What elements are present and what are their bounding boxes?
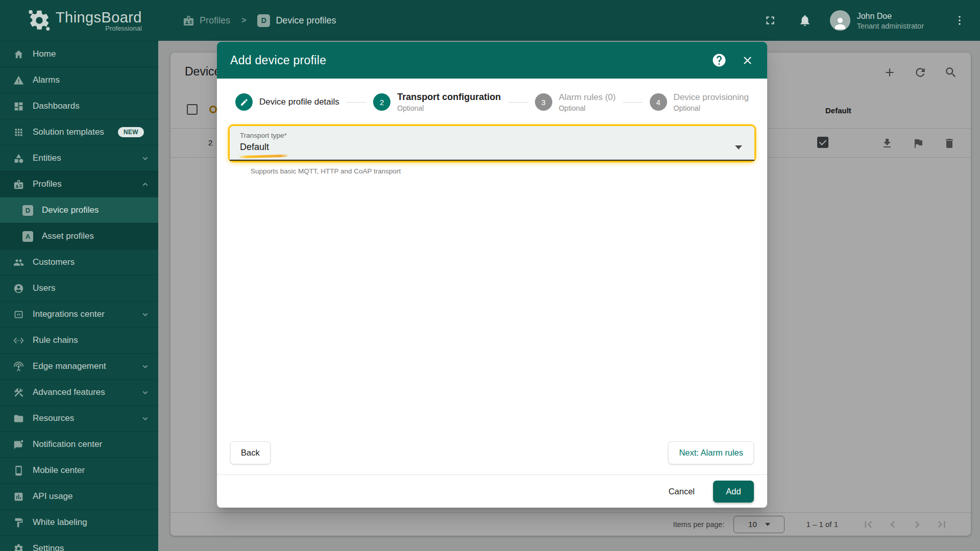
breadcrumb-separator: > [241,16,246,25]
dropdown-arrow-icon [735,145,742,149]
dashboard-icon [13,101,24,112]
breadcrumb-device-profiles[interactable]: Device profiles [276,15,336,26]
sidebar-item-solution-templates[interactable]: Solution templates NEW [0,119,158,145]
device-profiles-icon: D [22,205,33,216]
advanced-tools-icon [13,387,24,398]
sidebar-item-rule-chains[interactable]: Rule chains [0,327,158,353]
sidebar-item-profiles[interactable]: Profiles [0,171,158,197]
step-connector [623,102,642,103]
sidebar-item-api-usage[interactable]: API usage [0,483,158,509]
resources-folder-icon [13,413,24,424]
step-alarm-rules[interactable]: 3 Alarm rules (0) Optional [535,92,616,112]
top-bar: ThingsBoard Professional Profiles > D De… [0,0,980,41]
sidebar-item-mobile-center[interactable]: Mobile center [0,457,158,483]
step-number: 2 [373,93,390,111]
integrations-icon [13,309,24,320]
sidebar-item-integrations-center[interactable]: Integrations center [0,301,158,327]
sidebar-item-notification-center[interactable]: Notification center [0,431,158,457]
sidebar: Home Alarms Dashboards Solution template… [0,41,158,551]
transport-type-select[interactable]: Transport type* Default [228,124,756,162]
entities-category-icon [13,153,24,164]
transport-type-hint: Supports basic MQTT, HTTP and CoAP trans… [251,167,756,175]
settings-gear-icon [13,543,24,551]
sidebar-item-dashboards[interactable]: Dashboards [0,93,158,119]
logo-subtitle: Professional [105,24,142,32]
sidebar-item-white-labeling[interactable]: White labeling [0,509,158,535]
chevron-up-icon [140,180,150,189]
apps-grid-icon [13,127,24,138]
app-logo[interactable]: ThingsBoard Professional [0,9,158,32]
sidebar-item-asset-profiles[interactable]: A Asset profiles [0,223,158,249]
device-profile-icon: D [257,14,270,27]
users-account-icon [13,283,24,294]
asset-profiles-icon: A [22,231,33,242]
sidebar-item-users[interactable]: Users [0,275,158,301]
thingsboard-logo-icon [28,9,51,32]
notification-center-icon [13,439,24,450]
new-badge: NEW [118,127,144,137]
customers-people-icon [13,257,24,268]
rule-chains-icon [13,335,24,346]
chevron-down-icon [140,414,150,423]
avatar[interactable] [830,10,850,31]
cancel-button[interactable]: Cancel [669,487,695,496]
step-device-profile-details[interactable]: Device profile details [235,93,339,111]
chevron-down-icon [140,388,150,397]
white-labeling-paint-icon [13,517,24,528]
sidebar-item-device-profiles[interactable]: D Device profiles [0,197,158,223]
notifications-bell-icon[interactable] [798,14,812,27]
back-button[interactable]: Back [230,441,271,464]
step-connector [508,102,527,103]
edit-pencil-icon [240,98,249,107]
logo-title: ThingsBoard [56,9,142,26]
transport-type-label: Transport type* [240,132,744,139]
sidebar-item-edge-management[interactable]: Edge management [0,353,158,379]
chevron-down-icon [140,362,150,371]
mobile-phone-icon [13,465,24,476]
transport-type-value: Default [240,142,744,153]
dialog-title: Add device profile [230,54,326,67]
user-name: John Doe [857,11,924,22]
sidebar-item-resources[interactable]: Resources [0,405,158,431]
step-number: 4 [650,93,667,111]
step-device-provisioning[interactable]: 4 Device provisioning Optional [650,92,749,112]
breadcrumb-profiles[interactable]: Profiles [200,15,230,26]
profiles-icon [183,15,194,27]
stepper: Device profile details 2 Transport confi… [217,79,767,116]
more-menu-icon[interactable] [953,14,966,27]
sidebar-item-settings[interactable]: Settings [0,535,158,551]
help-icon[interactable] [712,53,727,68]
sidebar-item-entities[interactable]: Entities [0,145,158,171]
chevron-down-icon [140,310,150,319]
edge-antenna-icon [13,361,24,372]
next-alarm-rules-button[interactable]: Next: Alarm rules [668,441,754,464]
sidebar-item-alarms[interactable]: Alarms [0,67,158,93]
api-usage-chart-icon [13,491,24,502]
breadcrumb: Profiles > D Device profiles [183,14,336,27]
step-transport-configuration[interactable]: 2 Transport configuration Optional [373,92,501,112]
dialog-header: Add device profile [217,42,767,79]
alarm-warning-icon [13,75,24,86]
sidebar-item-home[interactable]: Home [0,41,158,67]
highlight-underline [239,155,288,159]
profiles-badge-icon [13,179,24,190]
add-button[interactable]: Add [713,481,754,503]
add-device-profile-dialog: Add device profile Device profile detail… [217,42,767,508]
close-icon[interactable] [741,54,754,67]
sidebar-item-customers[interactable]: Customers [0,249,158,275]
chevron-down-icon [140,154,150,163]
home-icon [13,49,24,60]
step-number: 3 [535,93,552,111]
sidebar-item-advanced-features[interactable]: Advanced features [0,379,158,405]
step-connector [347,102,366,103]
user-role: Tenant administrator [857,22,924,30]
fullscreen-icon[interactable] [764,14,777,27]
user-icon [832,15,848,31]
